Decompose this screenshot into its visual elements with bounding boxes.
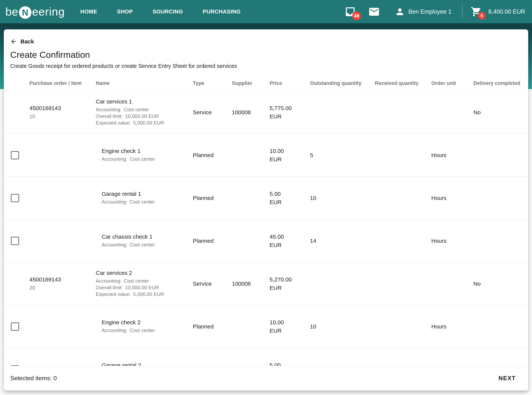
supplier-cell: 100006 (232, 280, 270, 287)
inbox-badge: 49 (352, 11, 361, 20)
price-amount: 5,775.00 (270, 104, 307, 112)
item-detail: Overall limit:10,000.00 EUR (96, 284, 189, 291)
logo-text-pre: be (5, 5, 18, 18)
po-number: 4500169143 (29, 276, 92, 283)
nav-shop[interactable]: SHOP (116, 7, 134, 17)
detail-value: Cost center (130, 328, 155, 333)
row-checkbox[interactable] (11, 151, 19, 159)
po-item-number: 10 (29, 114, 92, 120)
type-cell: Service (193, 280, 232, 287)
table-header-row: Purchase order / ItemNameTypeSupplierPri… (4, 76, 528, 91)
column-header-type: Type (193, 80, 232, 86)
row-checkbox[interactable] (11, 322, 19, 331)
detail-value: 10,000.00 EUR (125, 113, 159, 119)
create-confirmation-card: Back Create Confirmation Create Goods re… (4, 29, 528, 390)
item-name: Garage rental 1 (102, 191, 189, 197)
outstanding-quantity-cell: 10 (310, 323, 375, 330)
detail-label: Accounting: (102, 328, 127, 333)
delivery-completed-cell: No (473, 109, 528, 116)
detail-value: Cost center (124, 107, 149, 112)
detail-label: Accounting: (102, 199, 127, 205)
price-currency: EUR (270, 155, 307, 164)
column-header-name: Name (96, 80, 193, 86)
order-unit-cell: Hours (431, 323, 473, 330)
appbar-divider (462, 5, 462, 19)
name-cell: Garage rental 2Accounting:Cost center (96, 362, 193, 366)
row-checkbox[interactable] (11, 194, 19, 202)
table-row-sub: Car chassis check 1Accounting:Cost cente… (4, 219, 528, 262)
column-header-delivery-completed: Delivery completed (473, 80, 528, 86)
type-cell: Planned (193, 323, 232, 330)
detail-label: Accounting: (102, 156, 127, 162)
item-detail: Expected value:5,000.00 EUR (96, 120, 189, 126)
item-detail: Accounting:Cost center (96, 278, 189, 284)
logo[interactable]: be N eering (5, 5, 65, 18)
type-cell: Planned (193, 195, 232, 201)
column-header-price: Price (270, 80, 310, 86)
appbar: be N eering HOME SHOP SOURCING PURCHASIN… (0, 0, 532, 23)
name-cell: Car services 2Accounting:Cost centerOver… (96, 270, 193, 298)
mail-button[interactable] (368, 6, 380, 18)
page-title: Create Confirmation (10, 49, 522, 60)
table-row-parent: 450016914310Car services 1Accounting:Cos… (4, 91, 528, 134)
table-row-sub: Engine check 1Accounting:Cost centerPlan… (4, 134, 528, 177)
table-row-sub: Garage rental 1Accounting:Cost centerPla… (4, 177, 528, 219)
outstanding-quantity-cell: 10 (310, 195, 375, 201)
card-header: Back Create Confirmation Create Goods re… (4, 29, 528, 76)
select-cell (4, 322, 29, 331)
detail-value: 5,000.00 EUR (133, 291, 164, 297)
price-currency: EUR (270, 327, 307, 335)
table-row-parent: 450016914320Car services 2Accounting:Cos… (4, 262, 528, 305)
item-detail: Accounting:Cost center (102, 241, 189, 248)
mail-icon (368, 6, 380, 18)
column-header-supplier: Supplier (232, 80, 270, 86)
logo-text-post: eering (32, 5, 65, 18)
po-item-number: 20 (29, 285, 92, 291)
detail-value: Cost center (130, 242, 155, 247)
next-button[interactable]: NEXT (494, 372, 520, 385)
order-unit-cell: Hours (431, 152, 473, 159)
name-cell: Garage rental 1Accounting:Cost center (96, 191, 193, 205)
price-cell: 45.00EUR (270, 233, 310, 249)
nav-purchasing[interactable]: PURCHASING (202, 7, 241, 17)
user-menu[interactable]: Ben Employee 1 (395, 7, 451, 17)
item-detail: Accounting:Cost center (102, 327, 189, 334)
item-name: Engine check 1 (102, 148, 189, 154)
detail-label: Overall limit: (96, 113, 123, 119)
price-currency: EUR (270, 112, 307, 121)
selected-items-label: Selected items: 0 (10, 375, 57, 382)
appbar-right: 49 Ben Employee 1 (344, 5, 525, 19)
column-header-outstanding-quantity: Outstanding quantity (310, 80, 375, 86)
order-unit-cell: Hours (431, 238, 473, 244)
back-label: Back (21, 38, 34, 45)
price-currency: EUR (270, 198, 307, 206)
nav-home[interactable]: HOME (80, 7, 98, 17)
detail-label: Accounting: (96, 278, 121, 284)
back-button[interactable]: Back (10, 38, 34, 45)
cart-button[interactable]: 5 8,400.00 EUR (471, 6, 525, 17)
item-name: Car services 1 (96, 98, 189, 105)
detail-value: 5,000.00 EUR (133, 120, 164, 126)
item-detail: Expected value:5,000.00 EUR (96, 291, 189, 298)
item-detail: Accounting:Cost center (96, 106, 189, 113)
nav-sourcing[interactable]: SOURCING (152, 7, 184, 17)
price-cell: 5,775.00EUR (270, 104, 310, 121)
inbox-button[interactable]: 49 (344, 6, 356, 18)
name-cell: Car services 1Accounting:Cost centerOver… (96, 98, 193, 126)
po-cell: 450016914320 (29, 276, 96, 291)
price-cell: 5.00EUR (270, 190, 310, 206)
cart-badge: 5 (478, 12, 486, 20)
table-row-sub: Garage rental 2Accounting:Cost centerPla… (4, 348, 528, 366)
item-name: Car services 2 (96, 270, 189, 276)
item-detail: Accounting:Cost center (102, 156, 189, 162)
row-checkbox[interactable] (11, 237, 19, 245)
column-header-received-quantity: Received quantity (375, 80, 431, 86)
select-cell (4, 194, 29, 202)
page-subtitle: Create Goods receipt for ordered product… (10, 63, 522, 69)
type-cell: Planned (193, 238, 232, 244)
price-amount: 45.00 (270, 233, 307, 241)
main-nav: HOME SHOP SOURCING PURCHASING (80, 7, 241, 17)
price-cell: 5,270.00EUR (270, 275, 310, 292)
item-detail: Overall limit:10,000.00 EUR (96, 113, 189, 120)
detail-label: Accounting: (102, 242, 127, 247)
